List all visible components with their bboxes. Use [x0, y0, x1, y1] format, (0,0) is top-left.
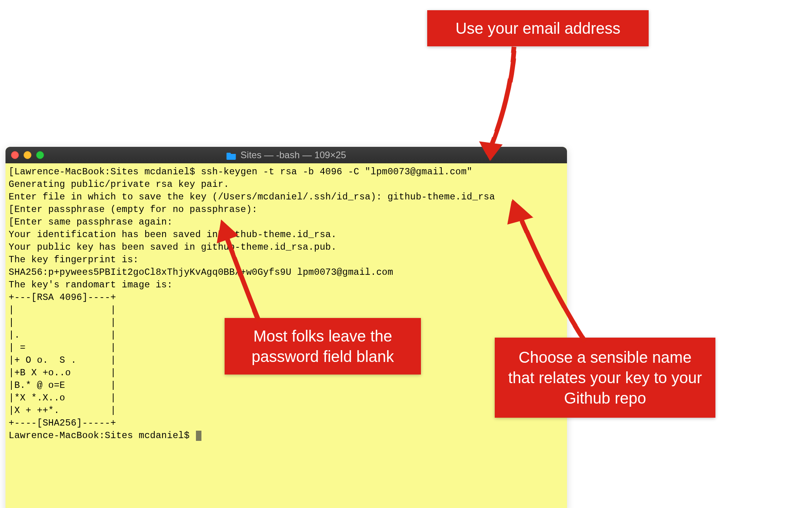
annotation-text: Choose a sensible name that relates your…	[508, 349, 702, 407]
terminal-line: SHA256:p+pywees5PBIit2goCl8xThjyKvAgq0BB…	[9, 267, 393, 278]
terminal-line: Your identification has been saved in gi…	[9, 229, 337, 240]
terminal-line: [Enter passphrase (empty for no passphra…	[9, 204, 258, 215]
terminal-line: Enter file in which to save the key (/Us…	[9, 192, 495, 202]
terminal-line: |X + ++*. |	[9, 405, 116, 416]
minimize-button[interactable]	[24, 151, 31, 159]
terminal-line: [Lawrence-MacBook:Sites mcdaniel$ ssh-ke…	[9, 166, 472, 177]
annotation-text: Most folks leave the password field blan…	[252, 327, 394, 365]
window-title-text: Sites — -bash — 109×25	[241, 150, 346, 161]
terminal-line: |+ O o. S . |	[9, 355, 116, 365]
terminal-line: |*X *.X..o |	[9, 393, 116, 403]
terminal-line: The key's randomart image is:	[9, 280, 173, 290]
traffic-lights	[11, 151, 44, 159]
terminal-line: Your public key has been saved in github…	[9, 242, 337, 252]
annotation-email: Use your email address	[427, 10, 649, 46]
annotation-passphrase: Most folks leave the password field blan…	[225, 318, 421, 375]
terminal-line: +----[SHA256]-----+	[9, 418, 116, 428]
terminal-line: [Enter same passphrase again:	[9, 217, 173, 227]
close-button[interactable]	[11, 151, 19, 159]
terminal-line: |+B X +o..o |	[9, 367, 116, 378]
terminal-line: +---[RSA 4096]----+	[9, 292, 116, 303]
terminal-line: | = |	[9, 342, 116, 353]
cursor	[196, 431, 201, 441]
terminal-line: Lawrence-MacBook:Sites mcdaniel$	[9, 430, 195, 441]
folder-icon	[227, 151, 237, 159]
terminal-line: | |	[9, 305, 116, 315]
terminal-line: |B.* @ o=E |	[9, 380, 116, 391]
annotation-text: Use your email address	[455, 20, 620, 37]
window-titlebar: Sites — -bash — 109×25	[5, 147, 567, 163]
terminal-line: | |	[9, 317, 116, 328]
maximize-button[interactable]	[36, 151, 44, 159]
terminal-output[interactable]: [Lawrence-MacBook:Sites mcdaniel$ ssh-ke…	[5, 163, 567, 444]
annotation-keyname: Choose a sensible name that relates your…	[495, 338, 715, 418]
window-title: Sites — -bash — 109×25	[227, 150, 346, 161]
terminal-line: Generating public/private rsa key pair.	[9, 179, 229, 190]
terminal-line: The key fingerprint is:	[9, 254, 139, 265]
terminal-line: |. |	[9, 330, 116, 340]
